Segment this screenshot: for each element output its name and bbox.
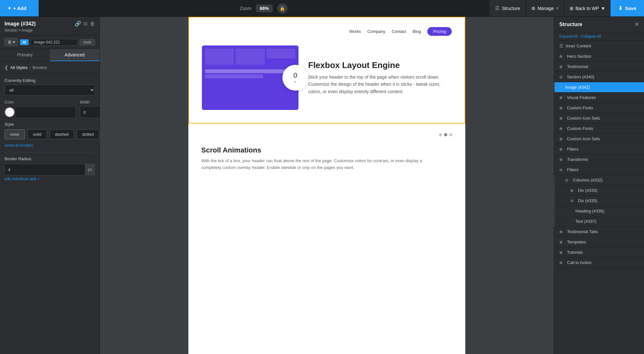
structure-item-div-333[interactable]: ⊕ Div (#333) xyxy=(554,185,644,196)
structure-item-inner-content[interactable]: ☰ Inner Content xyxy=(554,41,644,51)
structure-item-custom-icon-sets-2[interactable]: ⊕ Custom Icon Sets xyxy=(554,134,644,144)
canvas-inner: Works Company Contact Blog Pricing xyxy=(100,17,554,354)
overlay-content: 0 ▾ xyxy=(293,71,297,84)
back-wp-label: Back to WP xyxy=(575,6,599,11)
list-icon: ☰ xyxy=(559,44,563,48)
minus-icon: ⊖ xyxy=(559,168,564,172)
expand-all-link[interactable]: Expand All xyxy=(559,34,578,39)
hero-text: Flexbox Layout Engine Stick your header … xyxy=(308,60,452,95)
width-label: Width xyxy=(80,100,99,104)
add-label: + Add xyxy=(13,5,27,11)
chevron-down-icon-3: ▾ xyxy=(13,40,15,44)
canvas: Works Company Contact Blog Pricing xyxy=(100,17,554,354)
collapse-all-link[interactable]: Collapse All xyxy=(581,34,601,39)
manage-label: Manage xyxy=(537,6,554,11)
dot-indicators xyxy=(201,133,452,136)
border-radius-input[interactable] xyxy=(5,164,85,175)
nav-borders[interactable]: Borders xyxy=(33,65,47,70)
structure-item-hero-section[interactable]: ⊕ Hero Section xyxy=(554,51,644,62)
structure-item-testimonial-tabs[interactable]: ⊕ Testimonial Tabs xyxy=(554,227,644,237)
topbar-center: Zoom 68% 🔒 xyxy=(39,3,489,14)
wp-icon: ⊞ xyxy=(570,6,573,11)
plus-icon: ⊕ xyxy=(559,116,564,121)
nav-company[interactable]: Company xyxy=(367,29,385,34)
selector-row: 🖥 ▾ id image-342-221 state xyxy=(0,35,99,49)
page-preview: Works Company Contact Blog Pricing xyxy=(188,17,465,354)
main-layout: Image (#342) 🔗 ⧉ 🗑 Section > Image 🖥 ▾ i… xyxy=(0,17,644,354)
hero-overlay-circle: 0 ▾ xyxy=(282,65,308,91)
state-badge[interactable]: state xyxy=(80,39,95,45)
structure-item-templates[interactable]: ⊕ Templates xyxy=(554,237,644,247)
width-row: px xyxy=(80,106,99,118)
style-solid-button[interactable]: solid xyxy=(27,129,47,139)
structure-item-filters-2[interactable]: ⊖ Filters xyxy=(554,165,644,175)
nav-all-styles[interactable]: All Styles xyxy=(10,65,27,70)
style-none-button[interactable]: none xyxy=(5,129,25,139)
nav-blog[interactable]: Blog xyxy=(412,29,421,34)
tab-primary[interactable]: Primary xyxy=(0,49,50,61)
structure-label: Structure xyxy=(502,6,520,11)
color-row xyxy=(5,106,76,118)
zoom-label: Zoom xyxy=(240,6,251,11)
structure-item-text-337[interactable]: Text (#337) xyxy=(554,216,644,227)
link-icon[interactable]: 🔗 xyxy=(75,21,81,27)
hero-strip-2 xyxy=(205,74,263,78)
currently-editing-select[interactable]: all xyxy=(5,85,95,95)
dot-3 xyxy=(449,133,452,136)
style-dashed-button[interactable]: dashed xyxy=(50,129,74,139)
structure-list: ☰ Inner Content ⊕ Hero Section ⊕ Testimo… xyxy=(554,41,644,354)
delete-icon[interactable]: 🗑 xyxy=(90,21,95,27)
plus-icon: ⊕ xyxy=(559,54,564,59)
nav-works[interactable]: Works xyxy=(349,29,361,34)
preview-scroll-section: Scroll Animations With the tick of a box… xyxy=(188,123,465,240)
width-input[interactable] xyxy=(80,106,99,118)
add-button[interactable]: + + Add xyxy=(0,0,39,16)
structure-item-testimonial[interactable]: ⊕ Testimonial xyxy=(554,62,644,72)
scroll-anim-row: Scroll Animations With the tick of a box… xyxy=(201,140,452,231)
save-button[interactable]: ⬇ Save xyxy=(611,0,644,16)
structure-item-transforms[interactable]: ⊕ Transforms xyxy=(554,154,644,165)
structure-item-call-to-action[interactable]: ⊕ Call to Action xyxy=(554,258,644,268)
structure-item-heading-336[interactable]: Heading (#336) xyxy=(554,206,644,216)
currently-editing-section: Currently Editing all xyxy=(5,78,95,95)
topbar-right: ☰ Structure ⚙ Manage ▼ ⊞ Back to WP ▼ ⬇ … xyxy=(489,0,644,16)
color-input[interactable] xyxy=(15,106,76,118)
preview-nav: Works Company Contact Blog Pricing xyxy=(195,24,458,39)
nav-contact[interactable]: Contact xyxy=(392,29,406,34)
element-header: Image (#342) 🔗 ⧉ 🗑 Section > Image xyxy=(0,17,99,35)
structure-item-custom-icon-sets-1[interactable]: ⊕ Custom Icon Sets xyxy=(554,113,644,123)
plus-icon: + xyxy=(8,5,11,12)
unset-borders-link[interactable]: unset all borders xyxy=(5,143,95,148)
hero-strip xyxy=(205,69,295,73)
structure-item-image-342[interactable]: Image (#342) xyxy=(554,82,644,93)
save-icon: ⬇ xyxy=(618,5,622,11)
hero-desc: Stick your header to the top of the page… xyxy=(308,74,452,95)
element-name: Image (#342) xyxy=(5,21,36,27)
structure-item-tutorials[interactable]: ⊕ Tutorials xyxy=(554,247,644,258)
structure-item-custom-fonts-1[interactable]: ⊕ Custom Fonts xyxy=(554,103,644,113)
zoom-value[interactable]: 68% xyxy=(256,5,273,12)
dot-1 xyxy=(439,133,442,136)
structure-item-div-335[interactable]: ⊖ Div (#335) xyxy=(554,196,644,206)
structure-item-filters[interactable]: ⊕ Filters xyxy=(554,144,644,154)
manage-button[interactable]: ⚙ Manage ▼ xyxy=(526,0,564,16)
device-selector[interactable]: 🖥 ▾ xyxy=(5,38,18,46)
structure-item-section-340[interactable]: ⊖ Section (#340) xyxy=(554,72,644,82)
right-panel: Structure ✕ Expand All Collapse All ☰ In… xyxy=(554,17,644,354)
back-button[interactable]: ❮ xyxy=(5,65,8,70)
structure-item-visual-features[interactable]: ⊕ Visual Features xyxy=(554,93,644,103)
close-button[interactable]: ✕ xyxy=(635,21,639,27)
structure-item-columns-332[interactable]: ⊖ Columns (#332) xyxy=(554,175,644,185)
edit-radii-link[interactable]: edit individual radii » xyxy=(5,177,95,181)
lock-icon[interactable]: 🔒 xyxy=(277,3,288,14)
divider xyxy=(5,152,95,152)
tab-advanced[interactable]: Advanced xyxy=(50,49,100,61)
border-radius-label: Border Radius xyxy=(5,156,95,161)
back-to-wp-button[interactable]: ⊞ Back to WP ▼ xyxy=(564,0,611,16)
color-swatch[interactable] xyxy=(5,107,15,117)
structure-item-custom-fonts-2[interactable]: ⊕ Custom Fonts xyxy=(554,123,644,134)
style-dotted-button[interactable]: dotted xyxy=(77,129,99,139)
minus-icon: ⊖ xyxy=(559,75,564,79)
structure-button[interactable]: ☰ Structure xyxy=(489,0,526,16)
copy-icon[interactable]: ⧉ xyxy=(84,21,87,27)
